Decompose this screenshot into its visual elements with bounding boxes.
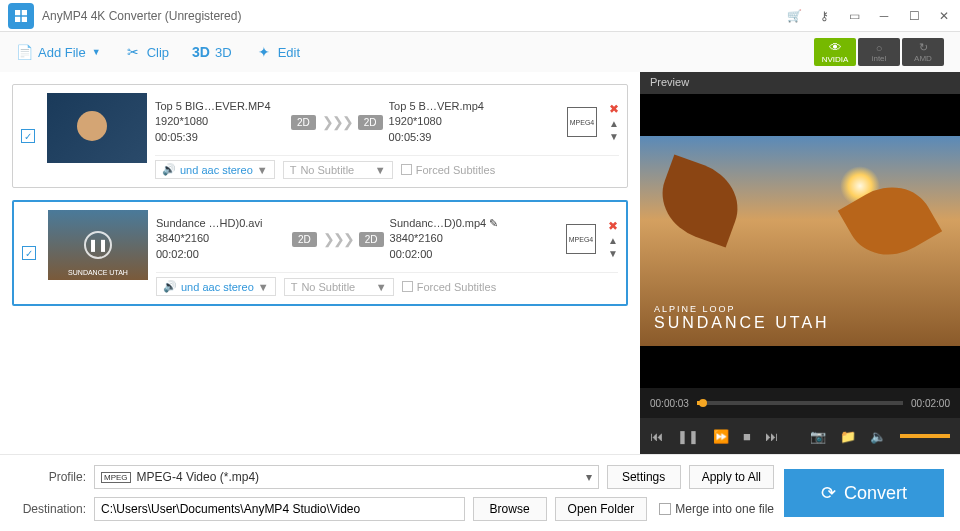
- preview-overlay-text: ALPINE LOOP SUNDANCE UTAH: [654, 304, 830, 332]
- subtitle-icon: T: [290, 164, 297, 176]
- profile-select[interactable]: MPEG MPEG-4 Video (*.mp4)▾: [94, 465, 599, 489]
- feedback-icon[interactable]: ▭: [846, 8, 862, 24]
- prev-button[interactable]: ⏮: [650, 429, 663, 444]
- item-thumbnail[interactable]: [47, 93, 147, 163]
- snapshot-button[interactable]: 📷: [810, 429, 826, 444]
- app-title: AnyMP4 4K Converter (Unregistered): [42, 9, 786, 23]
- 3d-button[interactable]: 3D 3D: [193, 44, 232, 60]
- source-info: Top 5 BIG…EVER.MP4 1920*1080 00:05:39: [155, 99, 285, 145]
- arrow-icon: ❯❯❯: [323, 231, 353, 247]
- close-button[interactable]: ✕: [936, 8, 952, 24]
- scissors-icon: ✂: [125, 44, 141, 60]
- audio-track-select[interactable]: 🔊 und aac stereo▼: [155, 160, 275, 179]
- stop-button[interactable]: ■: [743, 429, 751, 444]
- app-logo: [8, 3, 34, 29]
- gpu-amd[interactable]: ↻AMD: [902, 38, 944, 66]
- preview-video[interactable]: ALPINE LOOP SUNDANCE UTAH: [640, 94, 960, 388]
- maximize-button[interactable]: ☐: [906, 8, 922, 24]
- apply-all-button[interactable]: Apply to All: [689, 465, 774, 489]
- subtitle-select[interactable]: T No Subtitle▼: [284, 278, 394, 296]
- item-checkbox[interactable]: [22, 246, 36, 260]
- open-folder-icon[interactable]: 📁: [840, 429, 856, 444]
- gpu-intel[interactable]: ○intel: [858, 38, 900, 66]
- profile-label: Profile:: [16, 470, 86, 484]
- preview-controls: ⏮ ❚❚ ⏩ ■ ⏭ 📷 📁 🔈: [640, 418, 960, 454]
- speaker-icon: 🔊: [162, 163, 176, 176]
- volume-slider[interactable]: [900, 434, 950, 438]
- list-item[interactable]: Top 5 BIG…EVER.MP4 1920*1080 00:05:39 2D…: [12, 84, 628, 188]
- subtitle-select[interactable]: T No Subtitle▼: [283, 161, 393, 179]
- play-overlay-icon: ❚❚: [84, 231, 112, 259]
- item-info: Top 5 BIG…EVER.MP4 1920*1080 00:05:39 2D…: [155, 93, 619, 179]
- 3d-icon: 3D: [193, 44, 209, 60]
- dest-info: Sundanc…D)0.mp4 ✎ 3840*2160 00:02:00: [390, 216, 520, 262]
- item-info: Sundance …HD)0.avi 3840*2160 00:02:00 2D…: [156, 210, 618, 296]
- window-controls: 🛒 ⚷ ▭ ─ ☐ ✕: [786, 8, 952, 24]
- src-2d-badge: 2D: [292, 232, 317, 247]
- subtitle-icon: T: [291, 281, 298, 293]
- move-down-button[interactable]: ▼: [608, 248, 618, 259]
- wand-icon: ✦: [256, 44, 272, 60]
- gpu-nvidia[interactable]: 👁NVIDIA: [814, 38, 856, 66]
- arrow-icon: ❯❯❯: [322, 114, 352, 130]
- remove-item-button[interactable]: ✖: [609, 102, 619, 116]
- browse-button[interactable]: Browse: [473, 497, 547, 521]
- key-icon[interactable]: ⚷: [816, 8, 832, 24]
- destination-label: Destination:: [16, 502, 86, 516]
- clip-button[interactable]: ✂ Clip: [125, 44, 169, 60]
- main-area: Top 5 BIG…EVER.MP4 1920*1080 00:05:39 2D…: [0, 72, 960, 454]
- titlebar: AnyMP4 4K Converter (Unregistered) 🛒 ⚷ ▭…: [0, 0, 960, 32]
- destination-input[interactable]: [94, 497, 465, 521]
- forced-subtitles-checkbox[interactable]: Forced Subtitles: [402, 281, 496, 293]
- minimize-button[interactable]: ─: [876, 8, 892, 24]
- item-controls: ✖ ▲ ▼: [608, 219, 618, 259]
- merge-checkbox[interactable]: Merge into one file: [659, 502, 774, 516]
- src-2d-badge: 2D: [291, 115, 316, 130]
- dst-2d-badge: 2D: [359, 232, 384, 247]
- gpu-badges: 👁NVIDIA ○intel ↻AMD: [814, 38, 944, 66]
- mpeg-icon: MPEG: [101, 472, 131, 483]
- add-file-button[interactable]: 📄 Add File ▼: [16, 44, 101, 60]
- preview-timeline: 00:00:03 00:02:00: [640, 388, 960, 418]
- next-button[interactable]: ⏭: [765, 429, 778, 444]
- file-list: Top 5 BIG…EVER.MP4 1920*1080 00:05:39 2D…: [0, 72, 640, 454]
- chevron-down-icon: ▼: [92, 47, 101, 57]
- edit-name-icon[interactable]: ✎: [489, 217, 498, 229]
- convert-button[interactable]: ⟳ Convert: [784, 469, 944, 517]
- format-icon[interactable]: MPEG4: [566, 224, 596, 254]
- time-total: 00:02:00: [911, 398, 950, 409]
- toolbar: 📄 Add File ▼ ✂ Clip 3D 3D ✦ Edit 👁NVIDIA…: [0, 32, 960, 72]
- forced-subtitles-checkbox[interactable]: Forced Subtitles: [401, 164, 495, 176]
- cart-icon[interactable]: 🛒: [786, 8, 802, 24]
- settings-button[interactable]: Settings: [607, 465, 681, 489]
- add-file-label: Add File: [38, 45, 86, 60]
- remove-item-button[interactable]: ✖: [608, 219, 618, 233]
- edit-label: Edit: [278, 45, 300, 60]
- speaker-icon: 🔊: [163, 280, 177, 293]
- volume-icon[interactable]: 🔈: [870, 429, 886, 444]
- bottom-panel: Profile: MPEG MPEG-4 Video (*.mp4)▾ Sett…: [0, 454, 960, 531]
- convert-icon: ⟳: [821, 482, 836, 504]
- fast-forward-button[interactable]: ⏩: [713, 429, 729, 444]
- pause-button[interactable]: ❚❚: [677, 429, 699, 444]
- format-icon[interactable]: MPEG4: [567, 107, 597, 137]
- move-up-button[interactable]: ▲: [609, 118, 619, 129]
- preview-panel: Preview ALPINE LOOP SUNDANCE UTAH 00:00:…: [640, 72, 960, 454]
- preview-title: Preview: [640, 72, 960, 94]
- move-down-button[interactable]: ▼: [609, 131, 619, 142]
- open-folder-button[interactable]: Open Folder: [555, 497, 648, 521]
- 3d-label: 3D: [215, 45, 232, 60]
- add-file-icon: 📄: [16, 44, 32, 60]
- item-controls: ✖ ▲ ▼: [609, 102, 619, 142]
- item-thumbnail[interactable]: ❚❚ SUNDANCE UTAH: [48, 210, 148, 280]
- clip-label: Clip: [147, 45, 169, 60]
- move-up-button[interactable]: ▲: [608, 235, 618, 246]
- audio-track-select[interactable]: 🔊 und aac stereo▼: [156, 277, 276, 296]
- item-checkbox[interactable]: [21, 129, 35, 143]
- edit-button[interactable]: ✦ Edit: [256, 44, 300, 60]
- time-current: 00:00:03: [650, 398, 689, 409]
- list-item[interactable]: ❚❚ SUNDANCE UTAH Sundance …HD)0.avi 3840…: [12, 200, 628, 306]
- dst-2d-badge: 2D: [358, 115, 383, 130]
- source-info: Sundance …HD)0.avi 3840*2160 00:02:00: [156, 216, 286, 262]
- seek-bar[interactable]: [697, 401, 903, 405]
